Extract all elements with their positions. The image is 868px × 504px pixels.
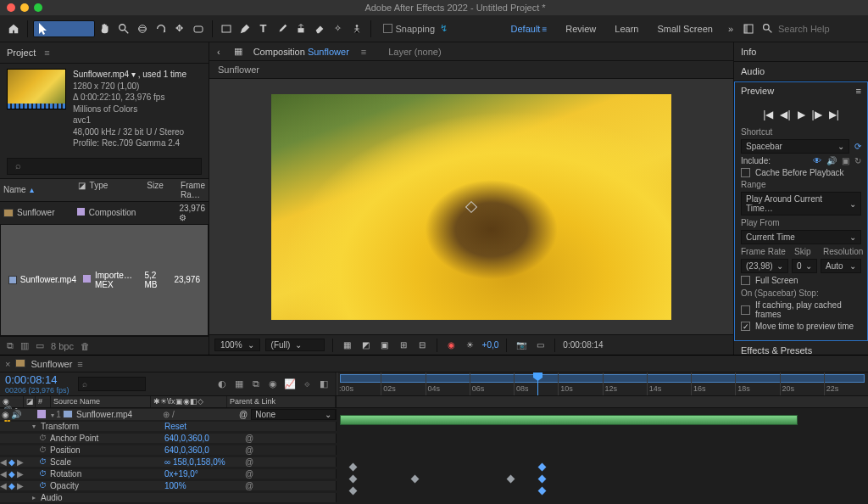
include-audio-icon[interactable]: 🔊 [826, 156, 837, 165]
composition-tab[interactable]: Composition Sunflower [253, 47, 349, 57]
panel-menu-icon[interactable]: ≡ [856, 86, 861, 96]
include-video-icon[interactable]: 👁 [813, 156, 821, 165]
playhead[interactable] [537, 372, 538, 395]
rotate-tool[interactable] [153, 20, 170, 37]
stopwatch-icon[interactable]: ⏱ [39, 457, 47, 466]
play-button[interactable]: ▶ [798, 109, 805, 120]
preview-res-select[interactable]: Auto⌄ [821, 259, 861, 273]
prev-keyframe-icon[interactable]: ◀ [0, 469, 7, 479]
property-value[interactable]: ∞ 158,0,158,0% [164, 457, 239, 467]
channel-icon[interactable]: ◉ [445, 340, 459, 350]
include-loop-icon[interactable]: ↻ [854, 156, 861, 165]
transparency-grid-icon[interactable]: ▦ [341, 340, 354, 350]
timeline-search-input[interactable] [78, 377, 146, 391]
rectangle-tool[interactable] [218, 20, 235, 37]
av-column-header[interactable]: ◉ 🔊 ● 🔒 [0, 396, 24, 407]
roi-icon[interactable]: ▣ [378, 340, 392, 350]
range-select[interactable]: Play Around Current Time…⌄ [741, 192, 861, 216]
puppet-tool[interactable] [348, 20, 365, 37]
layer-duration-bar[interactable] [340, 415, 798, 425]
property-value[interactable]: 640,0,360,0 [164, 434, 239, 443]
expression-icon[interactable]: @ [245, 445, 253, 455]
hand-tool[interactable] [97, 20, 114, 37]
motionblur-icon[interactable]: ◉ [266, 378, 280, 389]
audio-switch[interactable]: 🔊 [11, 410, 21, 419]
current-time[interactable]: 0:00:08:14 [5, 373, 70, 386]
pan-behind-tool[interactable]: ✥ [171, 20, 188, 37]
help-search[interactable] [762, 23, 863, 34]
eraser-tool[interactable] [311, 20, 328, 37]
type-tool[interactable]: T [255, 20, 272, 37]
pen-tool[interactable] [236, 20, 253, 37]
add-keyframe-icon[interactable]: ◆ [8, 469, 15, 479]
add-keyframe-icon[interactable]: ◆ [8, 481, 15, 490]
render-icon[interactable]: ◧ [317, 378, 331, 389]
grid-icon[interactable]: ⊞ [397, 340, 410, 350]
snapping-options-icon[interactable]: ↯ [440, 23, 448, 34]
stopwatch-icon[interactable]: ⏱ [39, 469, 47, 478]
panel-menu-icon[interactable]: ≡ [77, 359, 82, 369]
stopwatch-icon[interactable]: ⏱ [39, 481, 47, 490]
layer-row[interactable]: ◉🔊 ▾1 Sunflower.mp4 ⊕/ @None⌄ [0, 408, 868, 420]
project-panel-tab[interactable]: Project≡ [0, 42, 209, 64]
expression-icon[interactable]: @ [245, 434, 253, 443]
window-minimize-button[interactable] [20, 3, 29, 12]
brainstorm-icon[interactable]: ⟐ [300, 378, 314, 389]
panel-menu-icon[interactable]: ≡ [361, 47, 366, 57]
label-column-header[interactable]: ◪ [24, 396, 36, 407]
layer-label-icon[interactable] [37, 410, 46, 418]
next-frame-button[interactable]: |▶ [812, 109, 822, 120]
source-name-header[interactable]: Source Name [51, 396, 151, 407]
workspace-learn[interactable]: Learn [606, 20, 647, 37]
info-panel-header[interactable]: Info [734, 42, 868, 61]
home-icon[interactable] [5, 20, 22, 37]
property-row-position[interactable]: ⏱Position640,0,360,0@ [0, 444, 868, 456]
reset-transform[interactable]: Reset [164, 422, 239, 431]
comp-settings-icon[interactable]: ⚙ [179, 213, 186, 222]
snapping-checkbox[interactable] [383, 24, 392, 33]
orbit-tool[interactable] [134, 20, 151, 37]
composition-viewer[interactable] [209, 79, 733, 334]
composition-breadcrumb[interactable]: Sunflower [209, 61, 733, 79]
new-comp-icon[interactable]: ▭ [36, 340, 44, 351]
flow-icon[interactable]: ▦ [231, 46, 245, 57]
loop-icon[interactable]: ⟳ [854, 142, 861, 151]
window-zoom-button[interactable] [34, 3, 42, 12]
workspace-default[interactable]: Default≡ [503, 20, 556, 37]
chevron-left-icon[interactable]: ‹ [214, 47, 223, 57]
zoom-select[interactable]: 100%⌄ [214, 339, 260, 351]
selection-tool[interactable] [33, 20, 95, 37]
property-row-scale[interactable]: ◀◆▶⏱Scale∞ 158,0,158,0%@ [0, 456, 868, 468]
audio-group[interactable]: ▸Audio [0, 491, 868, 503]
viewer-timecode[interactable]: 0:00:08:14 [563, 340, 603, 350]
clone-stamp-tool[interactable] [292, 20, 309, 37]
stopwatch-icon[interactable]: ⏱ [39, 434, 47, 442]
help-search-input[interactable] [778, 24, 863, 34]
current-frame[interactable]: 00206 (23,976 fps) [5, 386, 70, 395]
project-item-composition[interactable]: Sunflower Composition 23,976 ⚙ [0, 202, 209, 224]
graph-editor-icon[interactable]: 📈 [283, 378, 297, 389]
property-row-rotation[interactable]: ◀◆▶⏱Rotation0x+19,0°@ [0, 468, 868, 479]
prev-frame-button[interactable]: ◀| [780, 109, 790, 120]
interpret-footage-icon[interactable]: ⧉ [7, 340, 14, 351]
fullscreen-checkbox[interactable] [741, 276, 750, 285]
frameblend-icon[interactable]: ⧉ [249, 378, 263, 389]
time-ruler[interactable]: :00s02s04s06s08s10s12s14s16s18s20s22s [337, 372, 868, 395]
stopwatch-icon[interactable]: ⏱ [39, 445, 47, 454]
cache-checkbox[interactable] [741, 168, 750, 177]
asset-thumbnail[interactable] [7, 69, 66, 109]
workspace-small-screen[interactable]: Small Screen [648, 20, 721, 37]
prev-keyframe-icon[interactable]: ◀ [0, 457, 7, 467]
workspace-overflow-icon[interactable]: » [728, 24, 733, 34]
resolution-select[interactable]: (Full)⌄ [265, 339, 325, 351]
first-frame-button[interactable]: |◀ [763, 109, 773, 120]
parent-header[interactable]: Parent & Link [227, 396, 336, 407]
project-columns-header[interactable]: Name ▴ ◪ Type Size Frame Ra… [0, 178, 209, 202]
delete-icon[interactable]: 🗑 [81, 341, 90, 351]
panel-menu-icon[interactable]: ≡ [44, 48, 49, 58]
snapping-toggle[interactable]: Snapping ↯ [383, 23, 448, 34]
property-value[interactable]: 100% [164, 481, 239, 490]
workspace-menu-icon[interactable]: ≡ [542, 25, 547, 34]
draft3d-icon[interactable]: ▦ [232, 378, 246, 389]
workspace-review[interactable]: Review [557, 20, 604, 37]
